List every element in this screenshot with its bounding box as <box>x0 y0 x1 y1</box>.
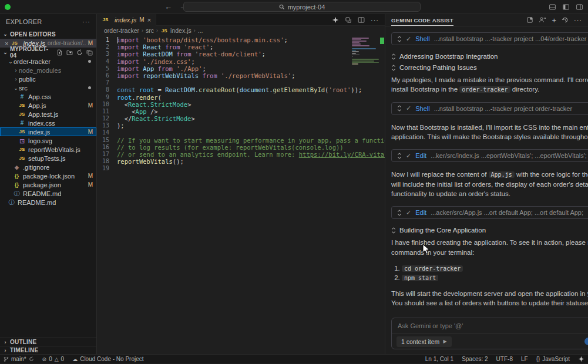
tree-item-node-modules[interactable]: ›node_modules <box>0 66 96 75</box>
code-line-16[interactable]: 16// to log results (for example: report… <box>97 144 385 151</box>
explorer-more-icon[interactable]: ··· <box>82 18 90 25</box>
code-line-14[interactable]: 14 <box>97 129 385 136</box>
refresh-icon[interactable] <box>76 49 83 56</box>
code-line-18[interactable]: 18reportWebVitals(); <box>97 158 385 165</box>
tree-item-readme-md[interactable]: ⓘREADME.md <box>0 189 96 198</box>
code-line-5[interactable]: 5import App from './App'; <box>97 65 385 72</box>
feedback-icon[interactable] <box>539 16 546 23</box>
line-number: 17 <box>97 151 117 158</box>
unfold-icon[interactable] <box>391 65 396 71</box>
code-line-1[interactable]: 1import 'bootstrap/dist/css/bootstrap.mi… <box>97 36 385 43</box>
tree-item-public[interactable]: ›public <box>0 75 96 83</box>
close-icon[interactable]: × <box>147 16 151 23</box>
gemini-sparkle-icon[interactable] <box>578 356 584 362</box>
code-line-4[interactable]: 4import './index.css'; <box>97 58 385 65</box>
tree-item-src[interactable]: ⌄src <box>0 83 96 92</box>
timeline-section[interactable]: › TIMELINE <box>0 346 96 354</box>
unfold-icon[interactable] <box>391 227 396 234</box>
chat-transcript: ✓Shell...nstall bootstrap ...-tracker pr… <box>385 26 588 318</box>
traffic-light-icon[interactable] <box>5 4 11 10</box>
tree-item-app-js[interactable]: JSApp.jsM <box>0 101 96 110</box>
tree-item--gitignore[interactable]: ◆.gitignore <box>0 163 96 171</box>
branch-indicator[interactable]: main* <box>4 356 34 362</box>
agent-toggle[interactable] <box>584 338 588 345</box>
eol-indicator[interactable]: LF <box>521 356 528 362</box>
code-line-9[interactable]: 9root.render( <box>97 94 385 101</box>
line-number: 10 <box>97 101 117 108</box>
code-line-7[interactable]: 7 <box>97 79 385 86</box>
encoding-indicator[interactable]: UTF-8 <box>496 356 513 362</box>
code-line-6[interactable]: 6import reportWebVitals from './reportWe… <box>97 72 385 79</box>
tree-item-readme-md[interactable]: ⓘREADME.md <box>0 198 96 207</box>
unfold-icon[interactable] <box>397 210 402 216</box>
close-icon[interactable]: × <box>5 40 8 47</box>
customize-layout-icon[interactable] <box>576 4 583 11</box>
new-chat-icon[interactable]: + <box>552 16 556 25</box>
minimap[interactable] <box>352 38 379 66</box>
more-actions-icon[interactable]: ··· <box>371 16 379 23</box>
gemini-input-box[interactable]: Ask Gemini or type '@' 1 context item ▶ … <box>391 318 588 349</box>
collapse-all-icon[interactable] <box>86 49 93 56</box>
problems-indicator[interactable]: ⊘ 0 △ 0 <box>42 356 65 362</box>
tool-call-shell[interactable]: ✓Shell...nstall bootstrap ...-tracker pr… <box>391 102 588 115</box>
tree-item-app-css[interactable]: #App.css <box>0 92 96 101</box>
context-items-button[interactable]: 1 context item ▶ <box>397 336 452 347</box>
split-editor-icon[interactable] <box>358 16 365 23</box>
history-icon[interactable] <box>562 16 569 23</box>
code-line-15[interactable]: 15// If you want to start measuring perf… <box>97 137 385 144</box>
tree-item-index-js[interactable]: JSindex.jsM <box>0 127 96 136</box>
tab-index-js[interactable]: JS index.js M × <box>97 14 156 26</box>
tree-item-reportwebvitals-js[interactable]: JSreportWebVitals.js <box>0 145 96 154</box>
open-in-editor-icon[interactable] <box>526 16 533 23</box>
open-changes-icon[interactable] <box>345 16 352 23</box>
toggle-panel-icon[interactable] <box>549 4 556 11</box>
tree-item-package-lock-json[interactable]: {}package-lock.jsonM <box>0 171 96 180</box>
gemini-sparkle-icon[interactable] <box>332 16 339 23</box>
panel-title[interactable]: GEMINI CODE ASSIST <box>391 17 453 26</box>
tool-call-edit[interactable]: ✓Edit...acker/src/App.js ...ort default … <box>391 206 588 219</box>
tree-item-app-test-js[interactable]: JSApp.test.js <box>0 110 96 119</box>
command-center-search[interactable]: myproject-04 <box>183 2 421 12</box>
code-line-19[interactable]: 19 <box>97 165 385 172</box>
code-line-10[interactable]: 10 <React.StrictMode> <box>97 101 385 108</box>
gemini-input-placeholder[interactable]: Ask Gemini or type '@' <box>398 322 463 329</box>
new-file-icon[interactable] <box>56 49 63 56</box>
code-line-12[interactable]: 12 </React.StrictMode> <box>97 115 385 122</box>
toggle-sidebar-icon[interactable] <box>562 4 570 11</box>
section-heading[interactable]: Correcting Pathing Issues <box>391 64 588 71</box>
code-line-17[interactable]: 17// or send to an analytics endpoint. L… <box>97 151 385 158</box>
open-editors-section[interactable]: ⌄ OPEN EDITORS <box>0 29 96 39</box>
section-heading[interactable]: Addressing Bootstrap Integration <box>391 53 588 60</box>
cloud-code-indicator[interactable]: ☁ Cloud Code - No Project <box>72 356 143 362</box>
more-icon[interactable]: ··· <box>574 16 582 23</box>
code-line-13[interactable]: 13); <box>97 122 385 129</box>
tree-item-logo-svg[interactable]: ◳logo.svg <box>0 136 96 145</box>
indentation-indicator[interactable]: Spaces: 2 <box>462 356 488 362</box>
section-heading[interactable]: Building the Core Application <box>391 227 588 234</box>
tool-call-shell[interactable]: ✓Shell...nstall bootstrap ...-tracker pr… <box>391 32 588 45</box>
breadcrumb[interactable]: order-tracker› src› JS index.js› ... <box>97 26 385 35</box>
back-arrow-icon[interactable]: ← <box>164 2 172 11</box>
outline-section[interactable]: › OUTLINE <box>0 338 96 346</box>
tree-item-setuptests-js[interactable]: JSsetupTests.js <box>0 154 96 163</box>
code-line-11[interactable]: 11 <App /> <box>97 108 385 115</box>
cursor-position-indicator[interactable]: Ln 1, Col 1 <box>425 356 453 362</box>
tree-item-order-tracker[interactable]: ⌄order-tracker <box>0 57 96 66</box>
line-number: 4 <box>97 58 117 65</box>
code-area[interactable]: 1import 'bootstrap/dist/css/bootstrap.mi… <box>97 35 385 354</box>
unfold-icon[interactable] <box>397 105 402 112</box>
tool-label: Edit <box>415 209 426 216</box>
project-root-row[interactable]: ⌄ MYPROJECT-04 <box>0 48 96 57</box>
js-file-icon: JS <box>18 103 26 108</box>
language-indicator[interactable]: {} JavaScript <box>536 356 570 362</box>
unfold-icon[interactable] <box>397 36 402 42</box>
tree-item-package-json[interactable]: {}package.jsonM <box>0 180 96 189</box>
new-folder-icon[interactable] <box>66 49 73 56</box>
code-line-8[interactable]: 8const root = ReactDOM.createRoot(docume… <box>97 86 385 93</box>
code-line-3[interactable]: 3import ReactDOM from 'react-dom/client'… <box>97 50 385 58</box>
unfold-icon[interactable] <box>397 153 402 159</box>
tree-item-index-css[interactable]: #index.css <box>0 119 96 127</box>
unfold-icon[interactable] <box>391 53 396 60</box>
code-line-2[interactable]: 2import React from 'react'; <box>97 43 385 50</box>
tool-call-edit[interactable]: ✓Edit...ker/src/index.js ...eportWebVita… <box>391 149 588 162</box>
